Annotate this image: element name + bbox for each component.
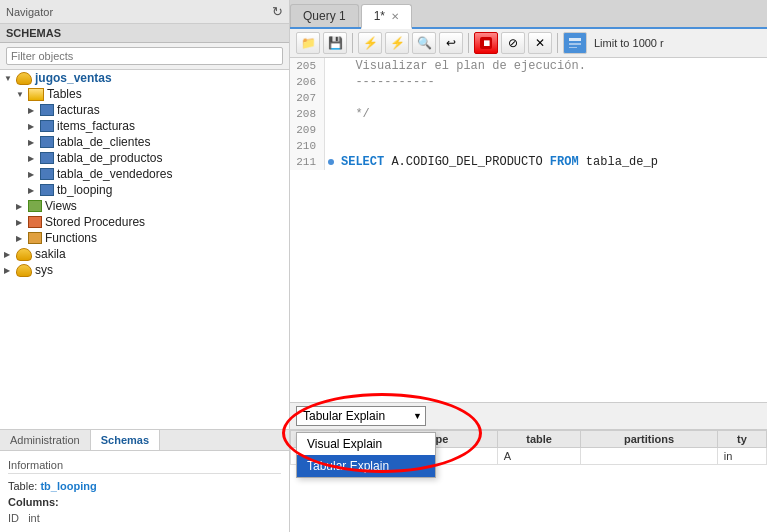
tree-item-sakila[interactable]: ▶sakila	[0, 246, 289, 262]
navigator-label: Navigator	[6, 6, 53, 18]
bottom-tabs: Administration Schemas	[0, 429, 289, 450]
cancel-button[interactable]: ⊘	[501, 32, 525, 54]
search-button[interactable]: 🔍	[412, 32, 436, 54]
toolbar-sep-2	[468, 33, 469, 53]
explain-dropdown-menu: Visual ExplainTabular Explain	[296, 432, 436, 478]
info-table-name: tb_looping	[40, 480, 96, 492]
schemas-label: SCHEMAS	[6, 27, 61, 39]
svg-rect-5	[569, 47, 577, 48]
schemas-header: SCHEMAS	[0, 24, 289, 43]
tree-item-stored-procedures[interactable]: ▶Stored Procedures	[0, 214, 289, 230]
breakpoint-dot	[328, 159, 334, 165]
navigator-header: Navigator ↻	[0, 0, 289, 24]
tab-schemas[interactable]: Schemas	[91, 430, 160, 450]
svg-rect-3	[569, 38, 581, 41]
results-toolbar: Visual ExplainTabular Explain ▼ Visual E…	[290, 403, 767, 430]
col-header-partitions: partitions	[581, 431, 717, 448]
tree-item-tabla_de_vendedores[interactable]: ▶tabla_de_vendedores	[0, 166, 289, 182]
tab-administration[interactable]: Administration	[0, 430, 91, 450]
tree-item-functions[interactable]: ▶Functions	[0, 230, 289, 246]
dropdown-item-visual-explain[interactable]: Visual Explain	[297, 433, 435, 455]
editor-line-210: 210	[290, 138, 767, 154]
filter-bar	[0, 43, 289, 70]
schema-tree: ▼jugos_ventas▼Tables▶facturas▶items_fact…	[0, 70, 289, 429]
explain-type-select[interactable]: Visual ExplainTabular Explain	[296, 406, 426, 426]
tab-unsaved[interactable]: 1* ✕	[361, 4, 412, 29]
right-panel: Query 1 1* ✕ 📁 💾 ⚡ ⚡ 🔍 ↩ ⏹ ⊘ ✕	[290, 0, 767, 532]
filter-input[interactable]	[6, 47, 283, 65]
svg-rect-4	[569, 43, 581, 45]
editor-line-209: 209	[290, 122, 767, 138]
tab-query1[interactable]: Query 1	[290, 4, 359, 27]
tree-item-items_facturas[interactable]: ▶items_facturas	[0, 118, 289, 134]
tree-item-facturas[interactable]: ▶facturas	[0, 102, 289, 118]
schema-button[interactable]	[563, 32, 587, 54]
save-button[interactable]: 💾	[323, 32, 347, 54]
tree-item-tabla_de_productos[interactable]: ▶tabla_de_productos	[0, 150, 289, 166]
editor-line-208: 208 */	[290, 106, 767, 122]
col-header-ty: ty	[717, 431, 766, 448]
editor-area[interactable]: 205 Visualizar el plan de ejecución.206 …	[290, 58, 767, 402]
toolbar-sep-1	[352, 33, 353, 53]
tab-query1-label: Query 1	[303, 9, 346, 23]
tree-item-tables[interactable]: ▼Tables	[0, 86, 289, 102]
tree-item-views[interactable]: ▶Views	[0, 198, 289, 214]
tabs-bar: Query 1 1* ✕	[290, 0, 767, 29]
refresh-icon[interactable]: ↻	[272, 4, 283, 19]
left-panel: Navigator ↻ SCHEMAS ▼jugos_ventas▼Tables…	[0, 0, 290, 532]
info-table-label: Table: tb_looping	[8, 480, 281, 492]
editor-line-206: 206 -----------	[290, 74, 767, 90]
info-columns-label: Columns:	[8, 496, 281, 508]
info-header: Information	[8, 459, 281, 474]
tree-item-sys[interactable]: ▶sys	[0, 262, 289, 278]
tab-unsaved-label: 1*	[374, 9, 385, 23]
col-header-table: table	[497, 431, 581, 448]
tree-item-jugos_ventas[interactable]: ▼jugos_ventas	[0, 70, 289, 86]
execute-button[interactable]: ⚡	[358, 32, 382, 54]
information-panel: Information Table: tb_looping Columns: I…	[0, 450, 289, 532]
dropdown-item-tabular-explain[interactable]: Tabular Explain	[297, 455, 435, 477]
tree-item-tb_looping[interactable]: ▶tb_looping	[0, 182, 289, 198]
svg-text:⏹: ⏹	[482, 38, 491, 48]
editor-toolbar: 📁 💾 ⚡ ⚡ 🔍 ↩ ⏹ ⊘ ✕ Limit to 1000 r	[290, 29, 767, 58]
toolbar-sep-3	[557, 33, 558, 53]
editor-line-205: 205 Visualizar el plan de ejecución.	[290, 58, 767, 74]
execute-line-button[interactable]: ⚡	[385, 32, 409, 54]
limit-label: Limit to 1000 r	[594, 37, 664, 49]
tab-close-icon[interactable]: ✕	[391, 11, 399, 22]
open-button[interactable]: 📁	[296, 32, 320, 54]
tree-item-tabla_de_clientes[interactable]: ▶tabla_de_clientes	[0, 134, 289, 150]
explain-dropdown-wrapper: Visual ExplainTabular Explain ▼ Visual E…	[296, 406, 426, 426]
editor-line-211: 211SELECT A.CODIGO_DEL_PRODUCTO FROM tab…	[290, 154, 767, 170]
main-layout: Navigator ↻ SCHEMAS ▼jugos_ventas▼Tables…	[0, 0, 767, 532]
results-area: Visual ExplainTabular Explain ▼ Visual E…	[290, 402, 767, 532]
editor-line-207: 207	[290, 90, 767, 106]
undo-button[interactable]: ↩	[439, 32, 463, 54]
info-col-id: ID int	[8, 512, 281, 524]
close-button[interactable]: ✕	[528, 32, 552, 54]
stop-button[interactable]: ⏹	[474, 32, 498, 54]
